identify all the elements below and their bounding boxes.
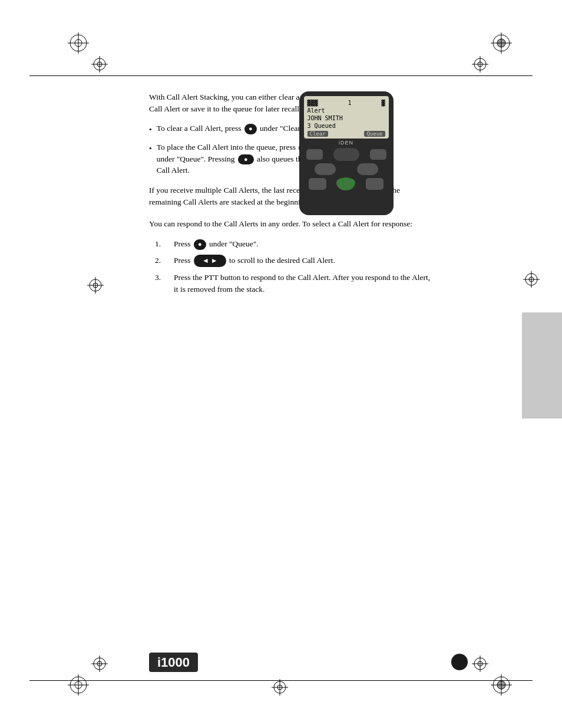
phone-btn-right-soft	[370, 149, 386, 160]
reg-mark-bc	[272, 679, 288, 696]
reg-mark-mid-left	[87, 277, 104, 294]
bullet-dot-1: •	[149, 124, 152, 136]
bullet-1-text: To clear a Call Alert, press ● under "Cl…	[157, 123, 306, 134]
softkey-clear: Clear	[308, 131, 328, 137]
softkey-queue: Queue	[364, 131, 385, 137]
screen-line2: JOHN SMITH	[308, 114, 385, 122]
screen-number: 1	[348, 99, 352, 107]
bullet1-start: To clear a Call Alert, press	[157, 124, 242, 133]
step-1: 1. Press ● under "Queue".	[155, 238, 497, 250]
phone-btn-row2	[304, 163, 389, 175]
phone-btn-arrow-left	[309, 178, 326, 190]
phone-btn-ptt	[336, 177, 355, 190]
step1-start: Press	[174, 239, 191, 248]
step-2-num: 2.	[155, 255, 171, 266]
model-badge: i1000	[149, 655, 198, 670]
bullet2-mid: under "Queue". Pressing	[157, 154, 235, 163]
model-name: i1000	[149, 653, 198, 672]
phone-btn-left-oval	[315, 163, 336, 175]
phone-illustration: ▓▓▓ 1 ▓ Alert JOHN SMITH 3 Queued Clear …	[289, 91, 404, 227]
screen-line1: Alert	[308, 107, 385, 114]
step1-btn: ●	[194, 239, 206, 250]
clear-btn-inline: ●	[244, 124, 257, 134]
reg-mark-mid-right	[523, 271, 540, 288]
reg-mark-br	[491, 674, 512, 696]
step2-btn: ◄ ►	[194, 255, 226, 267]
screen-line3: 3 Queued	[308, 122, 385, 130]
phone-brand: iDEN	[304, 140, 389, 146]
hr-top	[29, 75, 533, 76]
step-3-num: 3.	[155, 272, 171, 284]
signal-bars: ▓▓▓	[308, 99, 318, 107]
reg-mark-tr	[491, 32, 512, 54]
phone-btn-row3	[304, 177, 389, 190]
reg-mark-tl	[68, 32, 89, 54]
numbered-list: 1. Press ● under "Queue". 2. Press ◄ ► t…	[155, 238, 497, 295]
reg-mark-tl2	[91, 56, 108, 73]
reg-mark-bl	[68, 674, 89, 696]
reg-mark-bl2	[91, 655, 108, 672]
step-3: 3. Press the PTT button to respond to th…	[155, 272, 497, 295]
phone-btn-row1	[304, 148, 389, 161]
phone-btn-left-soft	[306, 149, 323, 160]
pressing-btn-inline: ●	[238, 154, 254, 165]
reg-mark-br2	[472, 655, 488, 672]
battery-icon: ▓	[381, 99, 385, 107]
step-1-text: Press ● under "Queue".	[174, 238, 433, 250]
step-1-num: 1.	[155, 238, 171, 250]
side-tab	[522, 312, 562, 419]
bullet-dot-2: •	[149, 143, 152, 154]
page-number-dot	[451, 654, 468, 670]
bullet2-start: To place the Call Alert into the queue, …	[157, 143, 296, 151]
step-2: 2. Press ◄ ► to scroll to the desired Ca…	[155, 255, 497, 268]
step-2-text: Press ◄ ► to scroll to the desired Call …	[174, 255, 433, 268]
step2-end: to scroll to the desired Call Alert.	[229, 256, 335, 265]
step2-start: Press	[174, 256, 191, 265]
step-3-text: Press the PTT button to respond to the C…	[174, 272, 433, 295]
phone-screen: ▓▓▓ 1 ▓ Alert JOHN SMITH 3 Queued Clear …	[304, 96, 389, 139]
phone-btn-right-oval	[357, 163, 378, 175]
phone-btn-arrow-right	[366, 178, 384, 190]
phone-body: ▓▓▓ 1 ▓ Alert JOHN SMITH 3 Queued Clear …	[299, 91, 394, 215]
step1-end: under "Queue".	[209, 239, 259, 248]
reg-mark-tr2	[472, 56, 488, 73]
phone-btn-nav	[333, 148, 359, 161]
